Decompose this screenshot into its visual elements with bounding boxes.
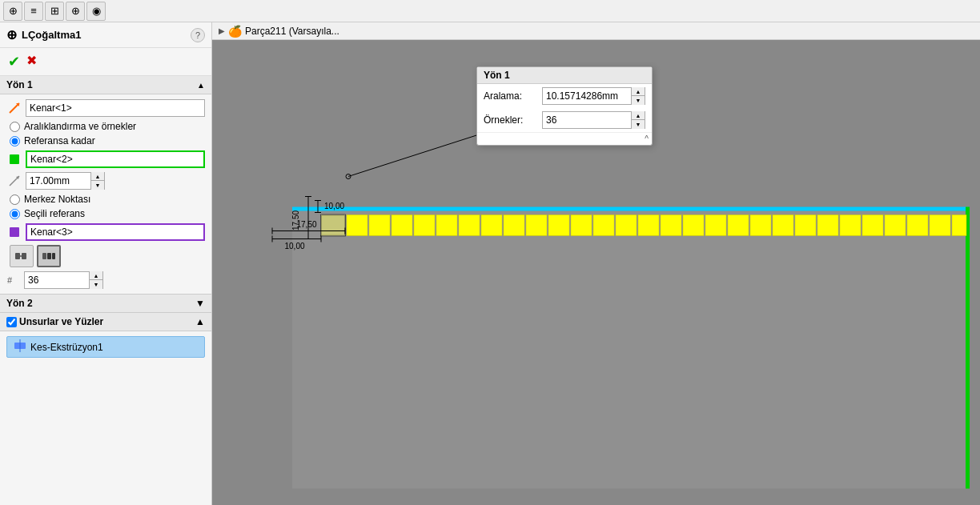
yon2-collapse-arrow: ▼ (195, 298, 205, 309)
distance-row: 17.00mm ▲ ▼ (6, 172, 205, 190)
radio-ref[interactable]: Referansa kadar (10, 135, 205, 146)
popup-ornekler-spinner: ▲ ▼ (631, 111, 645, 129)
popup-ornekler-up[interactable]: ▲ (632, 111, 645, 120)
edge3-input[interactable]: Kenar<3> (26, 223, 205, 241)
yon2-section-header[interactable]: Yön 2 ▼ (0, 294, 211, 313)
count-up[interactable]: ▲ (90, 271, 102, 280)
unsurlar-section-header[interactable]: Unsurlar ve Yüzler ▲ (0, 313, 211, 331)
toolbar-btn-2[interactable]: ≡ (24, 2, 43, 21)
svg-rect-32 (773, 215, 793, 236)
top-toolbar: ⊕ ≡ ⊞ ⊕ ◉ (0, 0, 980, 22)
feature-item-kes[interactable]: Kes-Ekstrüzyon1 (6, 336, 205, 358)
count-icon: # (6, 272, 21, 289)
svg-rect-25 (616, 215, 637, 236)
svg-rect-22 (548, 215, 569, 236)
edge2-input[interactable]: Kenar<2> (26, 150, 205, 168)
svg-rect-1 (10, 154, 19, 164)
toolbar-btn-3[interactable]: ⊞ (45, 2, 64, 21)
svg-rect-15 (392, 215, 412, 236)
count-input[interactable]: 36 (25, 272, 89, 288)
radio-ref-input[interactable] (10, 136, 20, 146)
popup-aralama-input[interactable]: 10.15714286mm (543, 88, 631, 104)
tree-part-label: Parça211 (Varsayıla... (245, 26, 339, 37)
svg-rect-38 (907, 215, 928, 236)
svg-rect-8 (47, 253, 51, 259)
radio-spacing[interactable]: Aralıklandırma ve örnekler (10, 121, 205, 132)
svg-rect-21 (526, 215, 547, 236)
popup-aralama-row: Aralama: 10.15714286mm ▲ ▼ (477, 84, 652, 108)
count-down[interactable]: ▼ (90, 280, 102, 289)
radio-selected-ref[interactable]: Seçili referans (10, 208, 205, 219)
svg-rect-3 (10, 227, 19, 237)
svg-rect-17 (436, 215, 457, 236)
unsurlar-collapse-arrow: ▲ (195, 316, 205, 327)
popup-aralama-down[interactable]: ▼ (632, 96, 645, 105)
count-spinner: ▲ ▼ (89, 271, 102, 289)
svg-rect-7 (42, 253, 46, 259)
radio-group-spacing: Aralıklandırma ve örnekler Referansa kad… (6, 121, 205, 146)
confirm-button[interactable]: ✔ (8, 53, 20, 70)
edge1-field: Kenar<1> (6, 99, 205, 117)
popup-aralama-input-container[interactable]: 10.15714286mm ▲ ▼ (542, 87, 645, 105)
popup-ornekler-down[interactable]: ▼ (632, 120, 645, 129)
distance-up[interactable]: ▲ (91, 172, 104, 181)
action-row: ✔ ✖ (0, 48, 211, 76)
popup-aralama-up[interactable]: ▲ (632, 87, 645, 96)
svg-rect-19 (481, 215, 502, 236)
yon1-label: Yön 1 (6, 79, 33, 90)
canvas-area[interactable]: ▶ 🍊 Parça211 (Varsayıla... (212, 22, 980, 505)
dim-text-10-h: 10,00 (284, 242, 304, 250)
feature-item-label: Kes-Ekstrüzyon1 (30, 342, 103, 353)
popup-collapse-btn[interactable]: ^ (645, 134, 649, 143)
edge1-input[interactable]: Kenar<1> (26, 99, 205, 117)
popup-aralama-label: Aralama: (484, 90, 536, 102)
cancel-button[interactable]: ✖ (26, 53, 37, 70)
count-input-container[interactable]: 36 ▲ ▼ (24, 271, 103, 289)
distance-icon (6, 173, 22, 189)
popup-ornekler-label: Örnekler: (484, 114, 536, 126)
dim-text-17-50-h: 17,50 (296, 220, 316, 229)
svg-rect-34 (817, 215, 838, 236)
radio-ref-label: Referansa kadar (24, 135, 95, 146)
svg-rect-27 (661, 215, 681, 236)
popup-ornekler-row: Örnekler: 36 ▲ ▼ (477, 108, 652, 132)
panel-title-text: LÇoğaltma1 (22, 29, 81, 41)
toolbar-btn-5[interactable]: ◉ (86, 2, 106, 21)
radio-spacing-input[interactable] (10, 122, 20, 132)
radio-center[interactable]: Merkez Noktası (10, 194, 205, 205)
svg-rect-14 (369, 215, 390, 236)
top-edge (292, 207, 969, 211)
svg-rect-18 (459, 215, 480, 236)
svg-rect-28 (683, 215, 704, 236)
edge2-field: Kenar<2> (6, 150, 205, 168)
svg-rect-36 (862, 215, 883, 236)
popup-aralama-spinner: ▲ ▼ (631, 87, 645, 105)
popup-ornekler-input-container[interactable]: 36 ▲ ▼ (542, 111, 645, 129)
pattern-btn-2[interactable] (37, 245, 61, 267)
dim-text-10-v: 10,00 (324, 202, 344, 210)
tree-expand-arrow[interactable]: ▶ (219, 26, 225, 35)
distance-down[interactable]: ▼ (91, 181, 104, 190)
svg-rect-40 (952, 215, 966, 236)
toolbar-btn-1[interactable]: ⊕ (3, 2, 22, 21)
yon1-section-header[interactable]: Yön 1 ▲ (0, 76, 211, 94)
radio-selected-ref-label: Seçili referans (24, 208, 85, 219)
feature-tree-bar: ▶ 🍊 Parça211 (Varsayıla... (212, 22, 980, 40)
pattern-btn-1[interactable] (10, 245, 34, 267)
distance-input[interactable]: 17.00mm (26, 173, 90, 189)
left-panel: ⊕ LÇoğaltma1 ? ✔ ✖ Yön 1 ▲ Kenar<1> (0, 22, 212, 505)
svg-rect-20 (504, 215, 524, 236)
svg-rect-13 (347, 215, 368, 236)
toolbar-btn-4[interactable]: ⊕ (66, 2, 85, 21)
svg-rect-5 (22, 253, 26, 259)
distance-input-container[interactable]: 17.00mm ▲ ▼ (26, 172, 105, 190)
svg-rect-29 (705, 215, 726, 236)
popup-ornekler-input[interactable]: 36 (543, 112, 631, 128)
edge3-icon (6, 224, 22, 240)
svg-rect-37 (885, 215, 906, 236)
radio-selected-ref-input[interactable] (10, 209, 20, 219)
help-button[interactable]: ? (191, 28, 205, 42)
unsurlar-checkbox[interactable] (6, 317, 17, 327)
radio-center-input[interactable] (10, 194, 20, 205)
yon1-collapse-arrow: ▲ (197, 81, 205, 90)
